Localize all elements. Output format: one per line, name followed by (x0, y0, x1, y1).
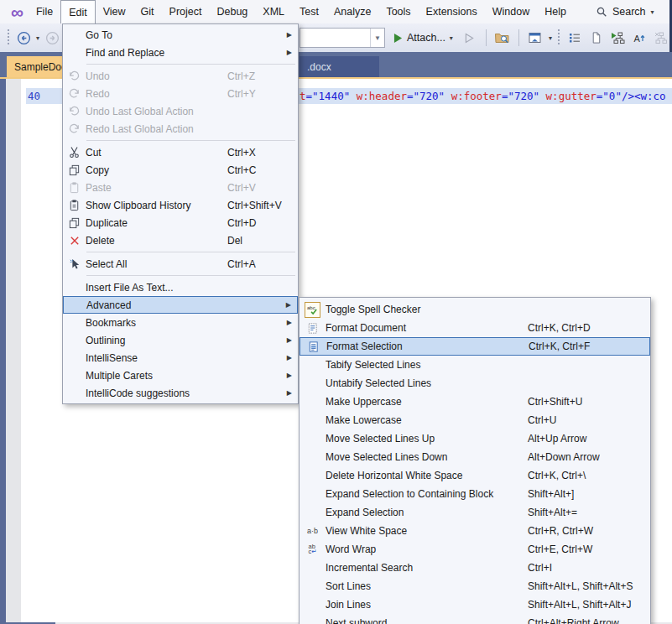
advanced-submenu: abcToggle Spell CheckerFormat DocumentCt… (299, 297, 651, 624)
hierarchy-disabled-icon (654, 28, 670, 48)
menu-item-word-wrap[interactable]: abc↵Word WrapCtrl+E, Ctrl+W (300, 540, 650, 559)
menu-item-cut[interactable]: CutCtrl+X (63, 143, 298, 161)
menu-item-shortcut: Ctrl+Alt+Right Arrow (528, 617, 619, 624)
debug-hierarchy-icon[interactable] (610, 28, 627, 48)
menu-item-make-uppercase[interactable]: Make UppercaseCtrl+Shift+U (300, 393, 650, 411)
menu-item-shortcut: Ctrl+Shift+V (227, 200, 282, 211)
menubar-item-edit[interactable]: Edit (60, 0, 96, 23)
attach-caret-icon[interactable]: ▾ (450, 34, 453, 42)
menu-item-intellisense[interactable]: IntelliSense▶ (63, 349, 298, 367)
menu-item-shortcut: Ctrl+D (227, 217, 256, 229)
menubar-item-analyze[interactable]: Analyze (326, 0, 378, 23)
format-selection-icon (300, 341, 326, 353)
menu-item-label: Incremental Search (326, 562, 413, 574)
navigate-back-button[interactable] (15, 28, 32, 48)
toolbar-drag-handle-icon[interactable] (557, 29, 561, 46)
menu-item-incremental-search[interactable]: Incremental SearchCtrl+I (300, 559, 650, 577)
menu-item-view-white-space[interactable]: a·bView White SpaceCtrl+R, Ctrl+W (300, 522, 650, 540)
menu-item-move-selected-lines-up[interactable]: Move Selected Lines UpAlt+Up Arrow (300, 429, 650, 448)
menu-item-find-and-replace[interactable]: Find and Replace▶ (63, 44, 298, 61)
menu-item-toggle-spell-checker[interactable]: abcToggle Spell Checker (300, 300, 650, 319)
start-without-debugging-icon[interactable] (461, 28, 478, 48)
menu-item-shortcut: Alt+Up Arrow (528, 433, 586, 445)
menu-item-expand-selection[interactable]: Expand SelectionShift+Alt+= (300, 503, 650, 522)
menu-item-label: Multiple Carets (86, 370, 153, 382)
menu-item-undo[interactable]: UndoCtrl+Z (63, 67, 298, 85)
menu-item-delete-horizontal-white-space[interactable]: Delete Horizontal White SpaceCtrl+K, Ctr… (300, 466, 650, 485)
menu-item-next-subword[interactable]: Next subwordCtrl+Alt+Right Arrow (300, 614, 650, 624)
menu-item-format-document[interactable]: Format DocumentCtrl+K, Ctrl+D (300, 319, 650, 337)
menu-item-label: Paste (86, 182, 112, 194)
navigate-symbol-icon[interactable]: A (632, 28, 649, 48)
search-button[interactable]: Search ▾ (591, 0, 659, 23)
copy-icon (63, 164, 86, 176)
navigate-forward-button[interactable] (44, 28, 60, 48)
menu-item-label: Delete Horizontal White Space (326, 470, 462, 481)
menu-item-label: Redo (86, 88, 110, 100)
menu-item-redo-last-global-action[interactable]: Redo Last Global Action (63, 120, 298, 138)
menubar-item-extensions[interactable]: Extensions (419, 0, 485, 23)
menu-item-label: Format Document (326, 322, 406, 334)
menu-item-intellicode-suggestions[interactable]: IntelliCode suggestions▶ (63, 384, 298, 402)
tab-label: .docx (307, 61, 331, 73)
debug-target-combobox[interactable]: ▼ (300, 28, 385, 48)
menu-item-multiple-carets[interactable]: Multiple Carets▶ (63, 367, 298, 384)
tab-docx[interactable]: .docx (300, 56, 379, 77)
menubar-item-test[interactable]: Test (292, 0, 326, 23)
menu-item-tabify-selected-lines[interactable]: Tabify Selected Lines (300, 356, 650, 374)
toolbar-separator (486, 29, 487, 46)
menu-item-expand-selection-to-containing-block[interactable]: Expand Selection to Containing BlockShif… (300, 485, 650, 503)
toolbar-separator (518, 29, 519, 46)
menubar-item-help[interactable]: Help (537, 0, 574, 23)
menu-item-shortcut: Ctrl+K, Ctrl+D (528, 322, 591, 334)
navigate-back-caret-icon[interactable]: ▾ (36, 34, 39, 42)
menubar-item-view[interactable]: View (96, 0, 133, 23)
combobox-caret-icon[interactable]: ▼ (370, 29, 384, 47)
document-outline-icon[interactable] (588, 28, 605, 48)
menu-item-join-lines[interactable]: Join LinesShift+Alt+L, Shift+Alt+J (300, 595, 650, 614)
menubar-item-window[interactable]: Window (485, 0, 537, 23)
menu-item-move-selected-lines-down[interactable]: Move Selected Lines DownAlt+Down Arrow (300, 448, 650, 466)
solution-explorer-caret-icon[interactable]: ▾ (549, 34, 552, 42)
find-in-files-icon[interactable] (494, 28, 511, 48)
menu-item-make-lowercase[interactable]: Make LowercaseCtrl+U (300, 411, 650, 429)
menu-item-copy[interactable]: CopyCtrl+C (63, 161, 298, 179)
menu-item-paste[interactable]: PasteCtrl+V (63, 179, 298, 196)
cut-icon (63, 146, 86, 159)
menu-item-shortcut: Ctrl+A (227, 258, 256, 270)
search-caret-icon: ▾ (651, 8, 654, 16)
menu-item-shortcut: Ctrl+E, Ctrl+W (528, 543, 592, 555)
menu-item-duplicate[interactable]: DuplicateCtrl+D (63, 214, 298, 231)
menu-item-bookmarks[interactable]: Bookmarks▶ (63, 314, 298, 331)
redo-icon (63, 122, 86, 135)
toolbar-drag-handle-icon[interactable] (7, 29, 11, 46)
submenu-arrow-icon: ▶ (287, 372, 292, 379)
menu-item-select-all[interactable]: Select AllCtrl+A (63, 255, 298, 273)
menu-item-outlining[interactable]: Outlining▶ (63, 331, 298, 349)
menu-item-label: Join Lines (326, 599, 371, 611)
menu-item-advanced[interactable]: Advanced▶ (63, 296, 298, 314)
menu-item-show-clipboard-history[interactable]: Show Clipboard HistoryCtrl+Shift+V (63, 196, 298, 214)
solution-explorer-icon[interactable] (527, 28, 544, 48)
menu-item-undo-last-global-action[interactable]: Undo Last Global Action (63, 102, 298, 120)
menubar-item-git[interactable]: Git (133, 0, 162, 23)
menu-item-format-selection[interactable]: Format SelectionCtrl+K, Ctrl+F (300, 337, 650, 356)
menubar-item-debug[interactable]: Debug (209, 0, 255, 23)
menu-item-go-to[interactable]: Go To▶ (63, 26, 298, 44)
menubar-item-xml[interactable]: XML (255, 0, 292, 23)
menu-item-delete[interactable]: DeleteDel (63, 231, 298, 249)
menu-item-insert-file-as-text[interactable]: Insert File As Text... (63, 278, 298, 296)
menu-item-label: Format Selection (326, 341, 403, 352)
clipboard-history-icon (63, 199, 86, 211)
menu-item-label: Toggle Spell Checker (326, 304, 420, 315)
task-list-icon[interactable] (566, 28, 583, 48)
menubar-item-file[interactable]: File (29, 0, 60, 23)
menu-separator (86, 64, 295, 65)
menubar-item-tools[interactable]: Tools (378, 0, 418, 23)
menubar-item-project[interactable]: Project (162, 0, 210, 23)
menu-item-shortcut: Ctrl+Y (227, 88, 256, 100)
menu-item-untabify-selected-lines[interactable]: Untabify Selected Lines (300, 374, 650, 393)
menu-item-redo[interactable]: RedoCtrl+Y (63, 85, 298, 102)
attach-button[interactable]: Attach... ▾ (390, 28, 456, 48)
menu-item-sort-lines[interactable]: Sort LinesShift+Alt+L, Shift+Alt+S (300, 577, 650, 595)
